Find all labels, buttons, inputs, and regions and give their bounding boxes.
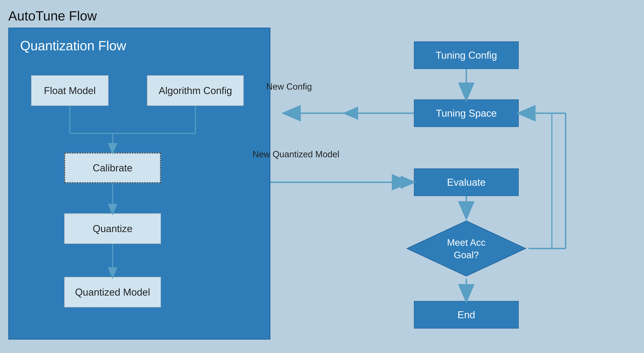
algo-config-label: Algorithm Config <box>159 85 232 96</box>
tuning-space-label: Tuning Space <box>436 108 497 119</box>
new-config-label: New Config <box>266 82 312 92</box>
quantized-model-label: Quantized Model <box>75 286 150 298</box>
float-model-label: Float Model <box>44 85 96 96</box>
evaluate-label: Evaluate <box>447 177 486 188</box>
quantized-model-box: Quantized Model <box>64 277 161 307</box>
diamond-svg: Meet Acc Goal? <box>404 218 528 279</box>
new-quantized-model-label: New Quantized Model <box>252 149 340 159</box>
svg-text:Meet Acc: Meet Acc <box>447 237 486 248</box>
calibrate-box: Calibrate <box>64 153 161 183</box>
tuning-space-box: Tuning Space <box>414 99 519 127</box>
evaluate-box: Evaluate <box>414 168 519 196</box>
quantization-flow-title: Quantization Flow <box>20 38 126 53</box>
page-title: AutoTune Flow <box>8 8 97 24</box>
end-box: End <box>414 301 519 328</box>
end-label: End <box>458 309 475 320</box>
right-flow-container: Tuning Config Tuning Space Evaluate Meet… <box>331 28 634 339</box>
tuning-config-label: Tuning Config <box>436 50 497 61</box>
float-model-box: Float Model <box>31 75 108 106</box>
tuning-config-box: Tuning Config <box>414 42 519 69</box>
svg-marker-7 <box>407 221 526 276</box>
quantize-label: Quantize <box>93 223 132 234</box>
calibrate-label: Calibrate <box>93 162 132 174</box>
svg-text:Goal?: Goal? <box>454 250 479 260</box>
quantization-flow-container: Quantization Flow Float Model Algorithm … <box>8 28 270 339</box>
algo-config-box: Algorithm Config <box>147 75 244 106</box>
meet-acc-goal-diamond: Meet Acc Goal? <box>404 218 528 279</box>
quantize-box: Quantize <box>64 213 161 244</box>
